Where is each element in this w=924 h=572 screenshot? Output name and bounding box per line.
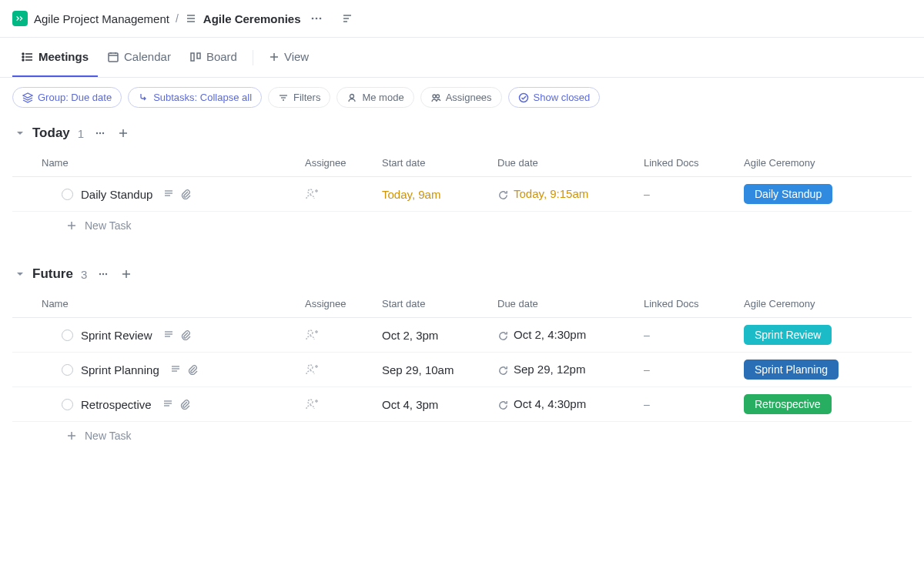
linked-docs-cell[interactable]: – [644,188,650,200]
me-mode-pill[interactable]: Me mode [336,87,413,108]
col-header-start[interactable]: Start date [382,157,497,169]
col-header-ceremony[interactable]: Agile Ceremony [744,298,912,309]
group-title: Today [32,125,70,141]
assignees-pill[interactable]: Assignees [420,87,502,108]
col-header-start[interactable]: Start date [382,298,497,309]
due-date-cell[interactable]: Sep 29, 12pm [497,363,644,376]
description-icon[interactable] [162,399,173,410]
start-date-cell[interactable]: Oct 4, 3pm [382,398,497,411]
col-header-due[interactable]: Due date [497,298,644,309]
group-more-icon[interactable] [95,266,112,283]
tab-meetings[interactable]: Meetings [12,38,98,77]
group-add-icon[interactable] [118,266,135,283]
svg-point-63 [308,400,313,404]
svg-point-12 [22,53,24,55]
col-header-name[interactable]: Name [12,298,305,309]
new-task-button[interactable]: New Task [12,422,912,450]
task-name[interactable]: Daily Standup [81,188,152,201]
start-date-cell[interactable]: Oct 2, 3pm [382,329,497,342]
more-icon[interactable] [307,9,326,28]
assign-user-icon[interactable] [305,363,382,376]
task-row[interactable]: Daily Standup Today, 9am Today, 9:15am –… [12,177,912,212]
breadcrumb-project[interactable]: Agile Project Management [34,12,169,25]
task-name[interactable]: Sprint Planning [81,363,159,376]
group-add-icon[interactable] [115,125,132,142]
due-date-cell[interactable]: Oct 4, 4:30pm [497,397,644,411]
col-header-name[interactable]: Name [12,157,305,169]
show-closed-pill[interactable]: Show closed [508,87,601,108]
attachment-icon[interactable] [180,329,191,340]
description-icon[interactable] [163,189,174,199]
svg-point-28 [436,95,439,98]
caret-down-icon[interactable] [15,269,25,279]
recurring-icon [497,189,509,201]
ceremony-tag[interactable]: Retrospective [744,394,832,414]
tab-board[interactable]: Board [180,38,246,77]
breadcrumb-list[interactable]: Agile Ceremonies [203,12,301,25]
filter-bar: Group: Due date Subtasks: Collapse all F… [0,78,924,117]
tab-calendar[interactable]: Calendar [98,38,180,77]
svg-point-5 [319,18,321,20]
status-circle[interactable] [62,364,73,376]
start-date-cell[interactable]: Today, 9am [382,188,497,201]
collapse-icon[interactable] [338,9,357,28]
svg-point-57 [308,365,313,370]
status-circle[interactable] [62,189,73,200]
svg-rect-20 [197,53,200,59]
caret-down-icon[interactable] [15,129,25,138]
add-view-button[interactable]: View [259,38,318,77]
filters-pill-label: Filters [293,92,320,103]
content-area: Today 1 Name Assignee Start date Due dat… [0,117,924,480]
start-date-cell[interactable]: Sep 29, 10am [382,363,497,376]
view-tabs: Meetings Calendar Board View [0,38,924,78]
ceremony-tag[interactable]: Sprint Planning [744,360,839,380]
task-group: Future 3 Name Assignee Start date Due da… [12,258,912,450]
attachment-icon[interactable] [187,364,198,375]
list-icon [185,12,197,25]
ceremony-tag[interactable]: Daily Standup [744,184,832,204]
group-pill[interactable]: Group: Due date [12,87,122,108]
table-header: Name Assignee Start date Due date Linked… [12,149,912,177]
col-header-docs[interactable]: Linked Docs [644,157,744,169]
attachment-icon[interactable] [180,189,191,199]
col-header-ceremony[interactable]: Agile Ceremony [744,157,912,169]
linked-docs-cell[interactable]: – [644,363,650,376]
task-row[interactable]: Sprint Review Oct 2, 3pm Oct 2, 4:30pm –… [12,318,912,353]
status-circle[interactable] [62,399,73,410]
attachment-icon[interactable] [179,399,190,410]
task-name[interactable]: Sprint Review [81,329,152,342]
col-header-assignee[interactable]: Assignee [305,157,382,169]
group-count: 3 [81,268,87,281]
due-date-cell[interactable]: Oct 2, 4:30pm [497,328,644,342]
col-header-due[interactable]: Due date [497,157,644,169]
group-pill-label: Group: Due date [38,92,112,103]
recurring-icon [497,400,509,411]
task-row[interactable]: Retrospective Oct 4, 3pm Oct 4, 4:30pm –… [12,387,912,422]
description-icon[interactable] [163,329,174,340]
description-icon[interactable] [170,364,181,375]
svg-point-32 [102,132,104,134]
task-name[interactable]: Retrospective [81,398,152,411]
assign-user-icon[interactable] [305,187,382,201]
svg-point-26 [350,94,354,98]
col-header-docs[interactable]: Linked Docs [644,298,744,309]
status-circle[interactable] [62,329,73,341]
svg-rect-19 [191,53,194,61]
recurring-icon [497,365,509,376]
app-icon [12,11,28,26]
col-header-assignee[interactable]: Assignee [305,298,382,309]
task-row[interactable]: Sprint Planning Sep 29, 10am Sep 29, 12p… [12,353,912,387]
linked-docs-cell[interactable]: – [644,398,650,410]
assign-user-icon[interactable] [305,328,382,342]
svg-point-30 [96,132,98,134]
linked-docs-cell[interactable]: – [644,329,650,341]
new-task-button[interactable]: New Task [12,212,912,239]
subtasks-pill[interactable]: Subtasks: Collapse all [128,87,262,108]
due-date-cell[interactable]: Today, 9:15am [497,187,644,201]
filters-pill[interactable]: Filters [268,87,330,108]
assign-user-icon[interactable] [305,397,382,411]
group-count: 1 [78,127,84,140]
ceremony-tag[interactable]: Sprint Review [744,325,832,345]
group-more-icon[interactable] [92,125,109,142]
tab-label: Meetings [38,50,89,63]
